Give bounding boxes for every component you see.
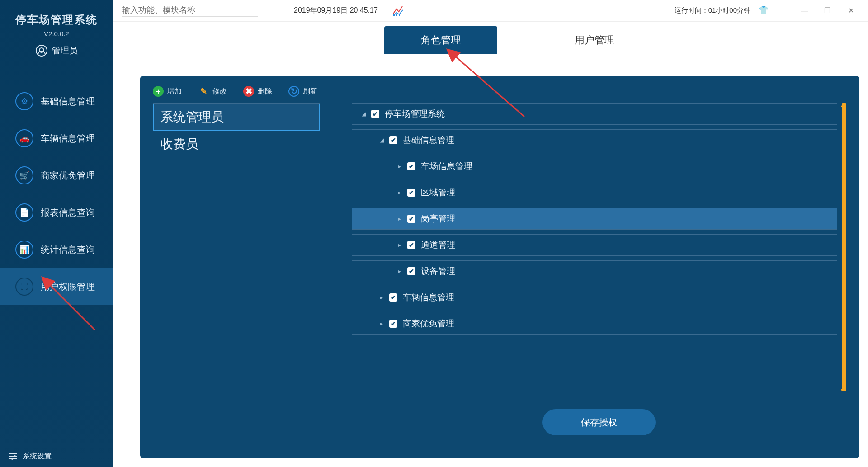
scrollbar[interactable]: ▴ ▾ [842, 103, 846, 391]
node-label: 车辆信息管理 [403, 292, 454, 303]
checkbox[interactable]: ✔ [389, 320, 397, 328]
chart-icon[interactable] [392, 5, 404, 18]
window-maximize-button[interactable]: ❐ [818, 2, 836, 20]
app-title: 停车场管理系统 [0, 13, 113, 27]
current-user[interactable]: 管理员 [0, 45, 113, 57]
runtime-label: 运行时间：01小时00分钟 [675, 6, 750, 15]
add-button[interactable]: ＋增加 [153, 86, 182, 97]
svg-point-8 [11, 458, 13, 460]
menu-label: 报表信息查询 [41, 207, 95, 219]
menu-label: 用户权限管理 [41, 281, 95, 293]
tab[interactable]: 用户管理 [538, 26, 651, 54]
tree-node[interactable]: ▸✔岗亭管理 [352, 208, 837, 230]
svg-rect-2 [399, 14, 400, 16]
checkbox[interactable]: ✔ [389, 136, 397, 144]
node-label: 通道管理 [421, 239, 455, 251]
refresh-icon: ↻ [288, 86, 299, 97]
sidebar-item[interactable]: ⚙基础信息管理 [0, 83, 113, 120]
checkbox[interactable]: ✔ [407, 215, 415, 223]
expand-icon[interactable]: ▸ [396, 189, 403, 196]
expand-icon[interactable]: ▸ [396, 216, 403, 222]
menu-label: 统计信息查询 [41, 244, 95, 256]
sidebar-item[interactable]: 🚗车辆信息管理 [0, 120, 113, 157]
menu-icon: 🛒 [15, 166, 33, 184]
pencil-icon: ✎ [198, 86, 209, 97]
menu-icon: ⛶ [15, 278, 33, 296]
refresh-button[interactable]: ↻刷新 [288, 86, 317, 97]
expand-icon[interactable]: ◢ [360, 111, 367, 117]
svg-rect-1 [396, 14, 397, 16]
role-item[interactable]: 系统管理员 [153, 104, 320, 131]
edit-button[interactable]: ✎修改 [198, 86, 227, 97]
titlebar: 2019年09月19日 20:45:17 运行时间：01小时00分钟 👕 — ❐… [0, 0, 868, 22]
sidebar-item[interactable]: ⛶用户权限管理 [0, 268, 113, 305]
node-label: 区域管理 [421, 187, 455, 198]
checkbox[interactable]: ✔ [371, 110, 379, 118]
search-input[interactable] [122, 4, 258, 17]
toolbar: ＋增加 ✎修改 ✖删除 ↻刷新 [153, 86, 846, 97]
window-close-button[interactable]: ✕ [842, 2, 860, 20]
role-list: 系统管理员收费员 [153, 103, 320, 435]
tree-node[interactable]: ▸✔车场信息管理 [352, 156, 837, 177]
node-label: 停车场管理系统 [385, 108, 445, 120]
expand-icon[interactable]: ▸ [378, 321, 385, 327]
node-label: 岗亭管理 [421, 213, 455, 225]
menu-icon: 📄 [15, 203, 33, 222]
svg-rect-0 [393, 14, 395, 16]
menu-icon: ⚙ [15, 92, 33, 110]
role-item[interactable]: 收费员 [153, 131, 320, 158]
sidebar-item[interactable]: 📄报表信息查询 [0, 194, 113, 231]
tab-bar: 角色管理用户管理 [113, 22, 868, 54]
tree-node[interactable]: ◢✔停车场管理系统 [352, 103, 837, 125]
tree-node[interactable]: ▸✔车辆信息管理 [352, 287, 837, 308]
node-label: 商家优免管理 [403, 318, 454, 330]
scrollbar-thumb[interactable] [842, 103, 846, 391]
permission-tree: ◢✔停车场管理系统◢✔基础信息管理▸✔车场信息管理▸✔区域管理▸✔岗亭管理▸✔通… [352, 103, 846, 391]
tree-node[interactable]: ▸✔设备管理 [352, 260, 837, 282]
tab[interactable]: 角色管理 [384, 26, 497, 54]
user-label: 管理员 [52, 45, 78, 57]
sidebar-header: 停车场管理系统 V2.0.0.2 管理员 [0, 0, 113, 65]
trash-icon: ✖ [243, 86, 254, 97]
theme-icon[interactable]: 👕 [759, 5, 769, 15]
main-area: 角色管理用户管理 ＋增加 ✎修改 ✖删除 ↻刷新 系统管理员收费员 ◢✔停车场管… [113, 22, 868, 467]
checkbox[interactable]: ✔ [407, 189, 415, 197]
tree-node[interactable]: ◢✔基础信息管理 [352, 129, 837, 151]
checkbox[interactable]: ✔ [389, 293, 397, 302]
svg-point-6 [14, 455, 16, 457]
menu-icon: 📊 [15, 241, 33, 259]
svg-point-4 [10, 453, 12, 454]
node-label: 基础信息管理 [403, 134, 454, 146]
node-label: 设备管理 [421, 265, 455, 277]
user-icon [36, 45, 47, 57]
tree-node[interactable]: ▸✔区域管理 [352, 182, 837, 203]
expand-icon[interactable]: ◢ [378, 137, 385, 143]
delete-button[interactable]: ✖删除 [243, 86, 272, 97]
tree-node[interactable]: ▸✔通道管理 [352, 234, 837, 256]
expand-icon[interactable]: ▸ [396, 268, 403, 274]
menu-label: 车辆信息管理 [41, 132, 95, 145]
checkbox[interactable]: ✔ [407, 162, 415, 170]
save-button[interactable]: 保存授权 [542, 409, 656, 435]
expand-icon[interactable]: ▸ [396, 163, 403, 170]
node-label: 车场信息管理 [421, 160, 472, 172]
menu-label: 商家优免管理 [41, 170, 95, 182]
menu-icon: 🚗 [15, 129, 33, 147]
sidebar-item[interactable]: 📊统计信息查询 [0, 231, 113, 268]
sidebar: 停车场管理系统 V2.0.0.2 管理员 ⚙基础信息管理🚗车辆信息管理🛒商家优免… [0, 0, 113, 467]
sidebar-item[interactable]: 🛒商家优免管理 [0, 157, 113, 194]
checkbox[interactable]: ✔ [407, 241, 415, 249]
tree-node[interactable]: ▸✔商家优免管理 [352, 313, 837, 335]
datetime-label: 2019年09月19日 20:45:17 [294, 6, 378, 15]
menu-label: 基础信息管理 [41, 95, 95, 108]
sidebar-settings[interactable]: 系统设置 [0, 445, 113, 467]
content-panel: ＋增加 ✎修改 ✖删除 ↻刷新 系统管理员收费员 ◢✔停车场管理系统◢✔基础信息… [140, 76, 859, 458]
sidebar-menu: ⚙基础信息管理🚗车辆信息管理🛒商家优免管理📄报表信息查询📊统计信息查询⛶用户权限… [0, 83, 113, 445]
expand-icon[interactable]: ▸ [396, 242, 403, 248]
expand-icon[interactable]: ▸ [378, 294, 385, 301]
plus-icon: ＋ [153, 86, 164, 97]
window-minimize-button[interactable]: — [796, 2, 814, 20]
checkbox[interactable]: ✔ [407, 267, 415, 275]
settings-icon [8, 451, 18, 461]
scroll-down-icon[interactable]: ▾ [841, 387, 846, 391]
